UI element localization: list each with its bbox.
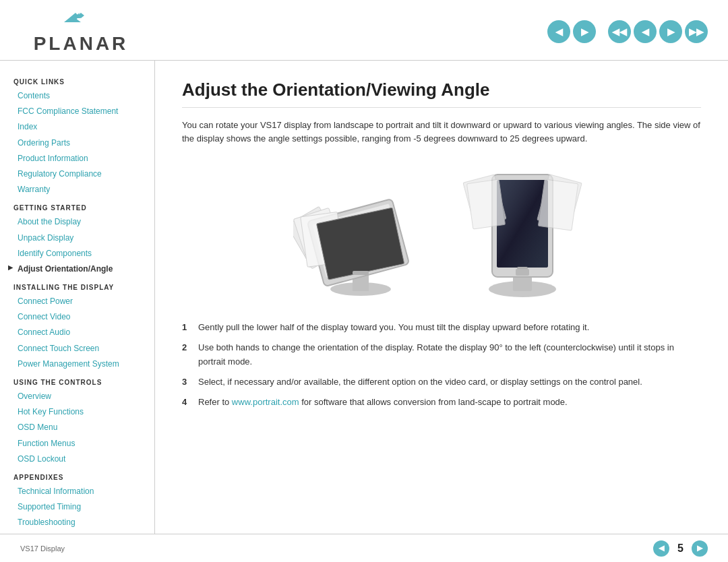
sidebar-item-index[interactable]: Index (0, 119, 154, 135)
step-4-number: 4 (182, 396, 191, 409)
header: PLANAR ◀ ▶ ◀◀ ◀ ▶ ▶▶ (0, 0, 728, 61)
svg-rect-16 (516, 269, 529, 276)
main: Quick Links Contents FCC Compliance Stat… (0, 61, 728, 534)
sidebar-item-osd-lockout[interactable]: OSD Lockout (0, 451, 154, 467)
logo-area: PLANAR (20, 9, 142, 55)
step-2: 2 Use both hands to change the orientati… (182, 341, 701, 368)
step-4-text: Refer to www.portrait.com for software t… (198, 396, 701, 409)
step-2-number: 2 (182, 341, 191, 354)
sidebar-item-about[interactable]: About the Display (0, 214, 154, 230)
section-controls: Using the Controls (0, 372, 154, 389)
sidebar-item-hotkeys[interactable]: Hot Key Functions (0, 404, 154, 420)
step-2-text: Use both hands to change the orientation… (198, 341, 701, 368)
sidebar-item-function-menus[interactable]: Function Menus (0, 436, 154, 451)
monitor-portrait (455, 158, 590, 306)
sidebar-item-connect-touch[interactable]: Connect Touch Screen (0, 341, 154, 356)
sidebar-item-connect-power[interactable]: Connect Power (0, 294, 154, 309)
step-1-number: 1 (182, 321, 191, 334)
planar-logo-icon (61, 9, 101, 30)
section-quick-links: Quick Links (0, 71, 154, 88)
step-3-text: Select, if necessary and/or available, t… (198, 375, 701, 389)
sidebar-item-contents[interactable]: Contents (0, 88, 154, 104)
footer-page-number: 5 (673, 542, 688, 555)
sidebar-item-technical[interactable]: Technical Information (0, 484, 154, 499)
nav-next-button[interactable]: ▶ (573, 20, 596, 43)
steps-list: 1 Gently pull the lower half of the disp… (182, 321, 701, 409)
svg-rect-9 (353, 271, 369, 275)
sidebar-item-unpack[interactable]: Unpack Display (0, 230, 154, 246)
sidebar-item-overview[interactable]: Overview (0, 389, 154, 404)
sidebar: Quick Links Contents FCC Compliance Stat… (0, 61, 155, 534)
sidebar-item-connect-audio[interactable]: Connect Audio (0, 325, 154, 340)
sidebar-item-power-mgmt[interactable]: Power Management System (0, 356, 154, 372)
nav-first-button[interactable]: ◀◀ (608, 20, 631, 43)
svg-rect-18 (538, 179, 578, 230)
step-3: 3 Select, if necessary and/or available,… (182, 375, 701, 389)
footer-next-button[interactable]: ▶ (692, 540, 708, 557)
footer: VS17 Display ◀ 5 ▶ (0, 534, 728, 562)
sidebar-item-fcc[interactable]: FCC Compliance Statement (0, 104, 154, 119)
section-getting-started: Getting Started (0, 197, 154, 214)
footer-prev-button[interactable]: ◀ (653, 540, 669, 557)
step-4: 4 Refer to www.portrait.com for software… (182, 396, 701, 409)
intro-text: You can rotate your VS17 display from la… (182, 119, 701, 146)
sidebar-item-adjust[interactable]: Adjust Orientation/Angle (0, 261, 154, 277)
step-3-number: 3 (182, 375, 191, 389)
step-1: 1 Gently pull the lower half of the disp… (182, 321, 701, 334)
sidebar-item-ordering[interactable]: Ordering Parts (0, 135, 154, 151)
sidebar-item-osd-menu[interactable]: OSD Menu (0, 420, 154, 435)
monitor-landscape (293, 171, 428, 306)
sidebar-item-regulatory[interactable]: Regulatory Compliance (0, 166, 154, 182)
nav-prev-button[interactable]: ◀ (547, 20, 570, 43)
content-area: Adjust the Orientation/Viewing Angle You… (155, 61, 728, 534)
page-title: Adjust the Orientation/Viewing Angle (182, 80, 701, 108)
footer-nav: ◀ 5 ▶ (653, 540, 708, 557)
sidebar-item-connect-video[interactable]: Connect Video (0, 309, 154, 325)
logo-text: PLANAR (34, 33, 129, 55)
sidebar-item-warranty[interactable]: Warranty (0, 182, 154, 197)
footer-doc-label: VS17 Display (20, 544, 65, 553)
svg-rect-20 (467, 179, 506, 229)
nav-next2-button[interactable]: ▶ (659, 20, 682, 43)
sidebar-item-identify[interactable]: Identify Components (0, 246, 154, 261)
section-installing: Installing the Display (0, 277, 154, 294)
nav-prev2-button[interactable]: ◀ (634, 20, 657, 43)
nav-group-primary: ◀ ▶ (547, 20, 596, 43)
sidebar-item-product-info[interactable]: Product Information (0, 151, 154, 166)
section-appendixes: Appendixes (0, 467, 154, 484)
sidebar-item-supported-timing[interactable]: Supported Timing (0, 499, 154, 515)
nav-buttons: ◀ ▶ ◀◀ ◀ ▶ ▶▶ (547, 20, 708, 43)
nav-group-secondary: ◀◀ ◀ ▶ ▶▶ (608, 20, 708, 43)
step-1-text: Gently pull the lower half of the displa… (198, 321, 701, 334)
monitors-area (182, 158, 701, 306)
nav-last-button[interactable]: ▶▶ (685, 20, 708, 43)
sidebar-item-troubleshooting[interactable]: Troubleshooting (0, 515, 154, 530)
portrait-link[interactable]: www.portrait.com (232, 397, 299, 407)
